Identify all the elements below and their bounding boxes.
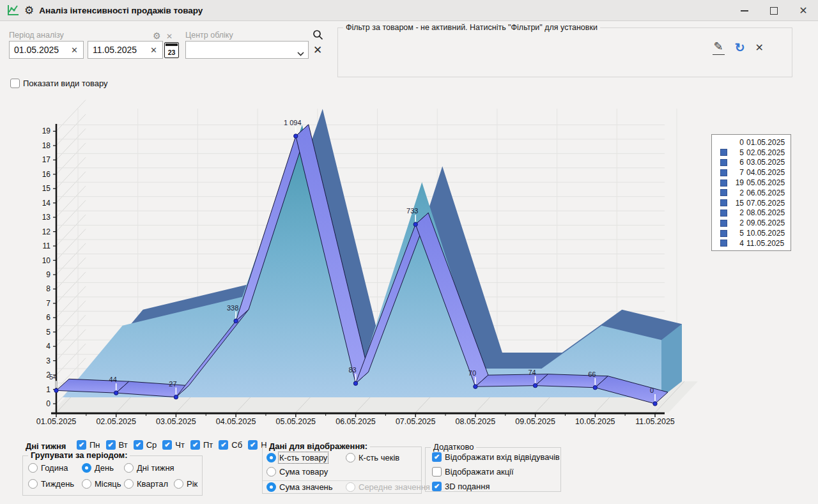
legend-marker-swatch bbox=[720, 220, 727, 227]
show-types-checkbox[interactable]: Показати види товару bbox=[10, 79, 108, 88]
legend-item-date: 11.05.2025 bbox=[746, 239, 784, 248]
legend-marker-swatch bbox=[720, 230, 727, 237]
wall-hatch-line bbox=[56, 243, 86, 275]
filter-close-icon[interactable]: ✕ bbox=[755, 43, 764, 53]
radio-Дні тижня[interactable]: Дні тижня bbox=[124, 463, 174, 473]
center-combobox[interactable] bbox=[185, 41, 309, 59]
filter-title: Фільтр за товаром - не активний. Натисні… bbox=[343, 23, 600, 32]
radio-dot bbox=[82, 479, 91, 489]
wall-hatch-line bbox=[56, 128, 86, 160]
legend-item: 411.05.2025 bbox=[712, 238, 791, 248]
weekday-checkbox-Вт[interactable]: ✔Вт bbox=[106, 440, 128, 450]
legend-marker-swatch bbox=[720, 240, 727, 247]
chart-point bbox=[54, 388, 58, 392]
radio-Тиждень[interactable]: Тиждень bbox=[28, 479, 82, 489]
wall-hatch-line bbox=[56, 257, 86, 289]
date-from-clear-icon[interactable]: ✕ bbox=[66, 45, 83, 55]
maximize-button[interactable] bbox=[759, 0, 789, 21]
wall-hatch-line bbox=[56, 344, 86, 375]
radio-dot bbox=[266, 482, 276, 492]
wall-hatch-line bbox=[56, 272, 86, 303]
chart-legend: 001.05.2025502.05.2025603.05.2025704.05.… bbox=[711, 134, 791, 251]
period-gear-icon[interactable]: ⚙ bbox=[153, 31, 161, 40]
refresh-icon[interactable]: ↻ bbox=[735, 42, 745, 54]
radio-День[interactable]: День bbox=[82, 463, 124, 473]
radio-Рік[interactable]: Рік bbox=[174, 479, 197, 489]
radio-dot bbox=[174, 479, 183, 489]
x-tick-label: 03.05.2025 bbox=[156, 417, 196, 426]
minimize-button[interactable] bbox=[730, 0, 759, 21]
checkbox-box: ✔ bbox=[134, 440, 143, 450]
legend-item: 1507.05.2025 bbox=[712, 198, 791, 208]
point-value-label: 70 bbox=[468, 369, 476, 377]
calendar-icon bbox=[166, 43, 178, 46]
radio-dot bbox=[266, 453, 276, 462]
wall-hatch-line bbox=[56, 330, 86, 361]
x-tick-label: 04.05.2025 bbox=[216, 417, 256, 426]
x-tick-label: 01.05.2025 bbox=[36, 417, 77, 426]
extra-checkbox-1[interactable]: Відображати акції bbox=[432, 467, 514, 477]
date-to-value: 11.05.2025 bbox=[88, 45, 145, 55]
point-value-label: 44 bbox=[109, 376, 117, 383]
point-value-label: 0 bbox=[650, 386, 654, 394]
radio-dot bbox=[266, 467, 276, 477]
chevron-down-icon bbox=[297, 47, 304, 59]
radio-qty-goods[interactable]: К-сть товару bbox=[266, 453, 346, 462]
period-label: Період аналізу bbox=[9, 31, 64, 40]
checkbox-box: ✔ bbox=[219, 440, 228, 450]
checkbox-box: ✔ bbox=[432, 452, 442, 462]
calendar-button[interactable]: 23 bbox=[164, 42, 179, 58]
wall-hatch-line bbox=[56, 286, 86, 317]
point-value-label: 338 bbox=[227, 304, 238, 312]
window-title: Аналіз інтенсивності продажів товару bbox=[39, 6, 203, 15]
extra-checkbox-label: Відображати акції bbox=[445, 467, 514, 477]
date-to-field[interactable]: 11.05.2025 ✕ bbox=[88, 41, 163, 59]
date-to-clear-icon[interactable]: ✕ bbox=[145, 45, 162, 55]
chart-point bbox=[353, 381, 357, 385]
y-tick-label: 17 bbox=[42, 155, 51, 164]
point-value-label: 54 bbox=[49, 373, 57, 381]
chart-point bbox=[593, 386, 597, 390]
legend-item: 001.05.2025 bbox=[712, 137, 791, 148]
close-button[interactable]: ✕ bbox=[789, 0, 818, 21]
radio-qty-checks[interactable]: К-сть чеків bbox=[346, 453, 399, 462]
radio-Місяць[interactable]: Місяць bbox=[82, 479, 124, 489]
radio-avg-value[interactable]: Середне значення bbox=[346, 482, 430, 492]
point-value-label: 83 bbox=[348, 366, 356, 374]
weekday-checkbox-Пт[interactable]: ✔Пт bbox=[190, 440, 213, 450]
radio-Година[interactable]: Година bbox=[28, 463, 82, 473]
extra-checkbox-2[interactable]: ✔3D подання bbox=[432, 482, 490, 491]
checkbox-box bbox=[432, 467, 442, 477]
radio-sum-goods[interactable]: Сума товару bbox=[266, 467, 328, 477]
x-tick-label: 02.05.2025 bbox=[96, 417, 136, 426]
x-tick-label: 11.05.2025 bbox=[635, 417, 675, 426]
search-icon[interactable] bbox=[313, 29, 323, 43]
date-from-field[interactable]: 01.05.2025 ✕ bbox=[9, 41, 84, 59]
legend-marker-swatch bbox=[720, 199, 727, 206]
radio-sum-values[interactable]: Сума значень bbox=[266, 482, 346, 492]
weekday-checkbox-Ср[interactable]: ✔Ср bbox=[134, 440, 157, 450]
radio-qty-checks-label: К-сть чеків bbox=[359, 453, 399, 462]
radio-label: Година bbox=[41, 463, 68, 473]
center-clear-icon[interactable]: ✕ bbox=[313, 43, 322, 57]
weekday-checkbox-Сб[interactable]: ✔Сб bbox=[219, 440, 242, 450]
extra-checkbox-0[interactable]: ✔Відображати вхід відвідувачів bbox=[432, 452, 560, 462]
checkbox-box: ✔ bbox=[432, 482, 442, 491]
filter-groupbox: Фільтр за товаром - не активний. Натисні… bbox=[337, 27, 792, 77]
checkbox-box: ✔ bbox=[248, 440, 258, 450]
weekday-checkbox-Пн[interactable]: ✔Пн bbox=[77, 440, 100, 450]
y-tick-label: 3 bbox=[46, 356, 50, 365]
radio-Квартал[interactable]: Квартал bbox=[124, 479, 174, 489]
edit-pencil-icon[interactable]: ✎ bbox=[713, 41, 725, 55]
weekday-checkbox-Чт[interactable]: ✔Чт bbox=[162, 440, 185, 450]
legend-marker-swatch bbox=[720, 139, 727, 146]
legend-item-value: 4 bbox=[731, 239, 744, 248]
weekday-label: Сб bbox=[231, 440, 242, 450]
checkbox-box: ✔ bbox=[190, 440, 200, 450]
y-tick-label: 0 bbox=[46, 399, 50, 408]
legend-marker-swatch bbox=[720, 210, 727, 217]
period-clear-icon[interactable]: ✕ bbox=[166, 33, 173, 40]
wall-hatch-line bbox=[56, 201, 86, 232]
legend-item-value: 5 bbox=[731, 148, 744, 157]
radio-avg-value-label: Середне значення bbox=[359, 482, 430, 492]
